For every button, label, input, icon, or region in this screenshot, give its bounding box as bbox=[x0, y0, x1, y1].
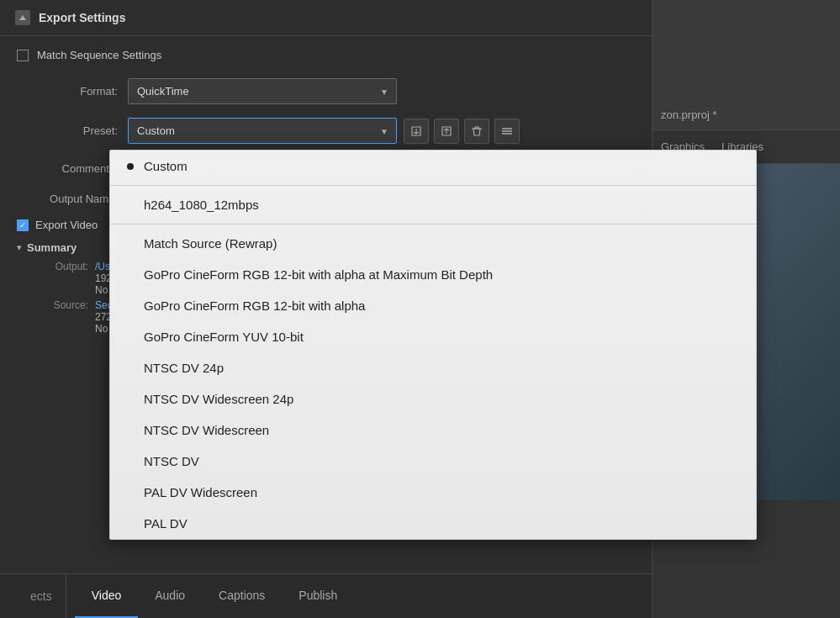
tab-captions[interactable]: Captions bbox=[202, 574, 282, 618]
dropdown-label-4: GoPro CineForm RGB 12-bit with alpha bbox=[144, 298, 365, 313]
dropdown-item-6[interactable]: NTSC DV 24p bbox=[110, 352, 756, 383]
preset-select[interactable]: Custom bbox=[128, 118, 397, 144]
svg-marker-0 bbox=[19, 15, 26, 20]
preset-row: Preset: Custom ▼ bbox=[17, 118, 635, 144]
dropdown-item-3[interactable]: GoPro CineForm RGB 12-bit with alpha at … bbox=[110, 259, 756, 290]
preset-menu-button[interactable] bbox=[494, 119, 520, 144]
preset-import-button[interactable] bbox=[434, 119, 459, 144]
preset-dropdown: Custom h264_1080_12mbps Match Source (Re… bbox=[109, 150, 757, 540]
match-sequence-row: Match Sequence Settings bbox=[17, 49, 635, 61]
summary-source-label: Source: bbox=[34, 299, 88, 335]
format-select[interactable]: QuickTime bbox=[128, 78, 397, 104]
export-title: Export Settings bbox=[39, 11, 125, 24]
collapse-icon[interactable] bbox=[15, 10, 30, 25]
preset-select-wrapper: Custom ▼ bbox=[128, 118, 397, 144]
tab-audio[interactable]: Audio bbox=[138, 574, 202, 618]
empty-bullet-9 bbox=[127, 458, 134, 465]
summary-output-label: Output: bbox=[34, 261, 88, 296]
project-title: zon.prproj * bbox=[661, 108, 716, 121]
dropdown-label-6: NTSC DV 24p bbox=[144, 361, 224, 375]
export-video-checkbox[interactable]: ✓ bbox=[17, 219, 29, 231]
dropdown-label-3: GoPro CineForm RGB 12-bit with alpha at … bbox=[144, 267, 493, 282]
empty-bullet-10 bbox=[127, 489, 134, 496]
dropdown-label-1: h264_1080_12mbps bbox=[144, 198, 259, 212]
preset-label: Preset: bbox=[17, 124, 118, 137]
summary-title: Summary bbox=[27, 241, 77, 254]
match-sequence-label: Match Sequence Settings bbox=[37, 49, 161, 61]
preset-delete-button[interactable] bbox=[464, 119, 489, 144]
empty-bullet-7 bbox=[127, 396, 134, 403]
dropdown-item-1[interactable]: h264_1080_12mbps bbox=[110, 189, 756, 220]
tab-publish[interactable]: Publish bbox=[282, 574, 354, 618]
tab-effects[interactable]: ects bbox=[17, 574, 66, 618]
export-settings-panel: Export Settings Match Sequence Settings … bbox=[0, 0, 652, 618]
dropdown-label-10: PAL DV Widescreen bbox=[144, 485, 257, 499]
dropdown-label-8: NTSC DV Widescreen bbox=[144, 423, 269, 437]
dropdown-label-7: NTSC DV Widescreen 24p bbox=[144, 392, 293, 406]
dropdown-divider-2 bbox=[110, 224, 756, 224]
dropdown-item-5[interactable]: GoPro CineForm YUV 10-bit bbox=[110, 321, 756, 352]
dropdown-label-11: PAL DV bbox=[144, 516, 188, 531]
empty-bullet-6 bbox=[127, 365, 134, 372]
empty-bullet-4 bbox=[127, 303, 134, 309]
empty-bullet-5 bbox=[127, 334, 134, 341]
empty-bullet-11 bbox=[127, 520, 134, 527]
dropdown-item-7[interactable]: NTSC DV Widescreen 24p bbox=[110, 383, 756, 415]
dropdown-item-0[interactable]: Custom bbox=[110, 151, 756, 182]
dropdown-label-0: Custom bbox=[144, 159, 188, 173]
format-row: Format: QuickTime ▼ bbox=[17, 78, 635, 104]
selected-bullet-icon bbox=[127, 163, 134, 170]
preset-save-button[interactable] bbox=[404, 119, 429, 144]
dropdown-item-2[interactable]: Match Source (Rewrap) bbox=[110, 228, 756, 259]
empty-bullet-1 bbox=[127, 202, 134, 209]
preset-buttons bbox=[404, 119, 520, 144]
match-sequence-checkbox[interactable] bbox=[17, 50, 29, 61]
empty-bullet-3 bbox=[127, 272, 134, 278]
dropdown-label-9: NTSC DV bbox=[144, 454, 199, 468]
right-panel-header: zon.prproj * bbox=[652, 0, 840, 130]
summary-chevron-icon[interactable]: ▾ bbox=[17, 242, 22, 253]
dropdown-item-11[interactable]: PAL DV bbox=[110, 508, 756, 539]
export-video-label: Export Video bbox=[35, 219, 98, 231]
dropdown-label-2: Match Source (Rewrap) bbox=[144, 236, 277, 251]
comments-label: Comments: bbox=[17, 162, 118, 175]
tab-video[interactable]: Video bbox=[75, 574, 139, 618]
format-label: Format: bbox=[17, 85, 118, 98]
empty-bullet-8 bbox=[127, 427, 134, 434]
bottom-tabs: ects Video Audio Captions Publish bbox=[0, 573, 652, 618]
dropdown-item-4[interactable]: GoPro CineForm RGB 12-bit with alpha bbox=[110, 290, 756, 321]
dropdown-item-10[interactable]: PAL DV Widescreen bbox=[110, 477, 756, 508]
dropdown-item-8[interactable]: NTSC DV Widescreen bbox=[110, 415, 756, 446]
output-name-label: Output Name: bbox=[17, 193, 118, 205]
dropdown-item-9[interactable]: NTSC DV bbox=[110, 446, 756, 477]
dropdown-divider-1 bbox=[110, 185, 756, 186]
empty-bullet-2 bbox=[127, 240, 134, 247]
dropdown-label-5: GoPro CineForm YUV 10-bit bbox=[144, 330, 304, 344]
format-select-wrapper: QuickTime ▼ bbox=[128, 78, 397, 104]
export-header: Export Settings bbox=[0, 0, 652, 36]
